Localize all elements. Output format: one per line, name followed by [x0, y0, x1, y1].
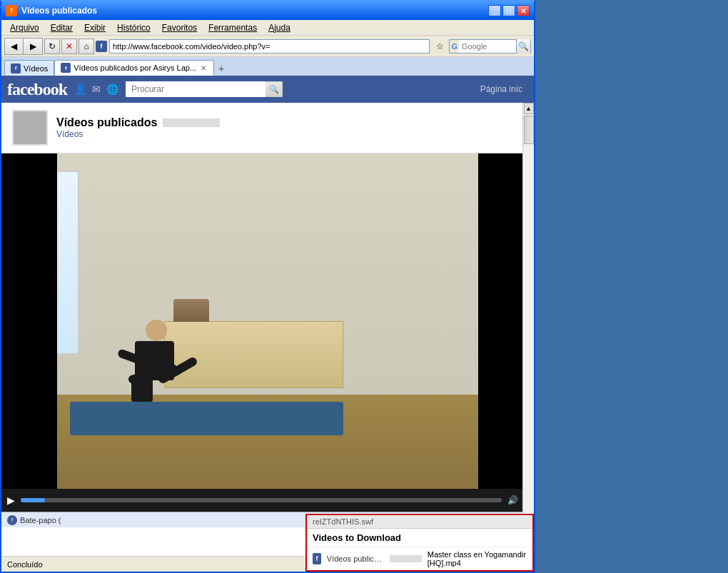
tab-label-1: Vídeos publicados por Asirys Lap... — [74, 64, 196, 72]
main-content: Vídeos publicados Vídeos — [1, 103, 534, 556]
notifications-icon[interactable]: 🌐 — [106, 83, 118, 95]
chat-icon: f — [7, 515, 17, 525]
back-button[interactable]: ◀ — [5, 39, 24, 54]
google-icon: G — [450, 42, 459, 51]
menu-editar[interactable]: Editar — [45, 21, 79, 34]
tab-videos[interactable]: f Vídeos — [4, 60, 54, 76]
address-bar-container: f ☆ — [96, 39, 448, 54]
video-controls: ▶ 🔊 .. — [1, 489, 534, 512]
video-scene — [32, 153, 503, 489]
facebook-logo: facebook — [7, 80, 67, 99]
maximize-button[interactable]: □ — [502, 5, 515, 16]
chat-label[interactable]: Bate-papo ( — [20, 516, 61, 524]
download-item-icon: f — [313, 553, 321, 564]
menu-ajuda[interactable]: Ajuda — [263, 21, 296, 34]
new-tab-button[interactable]: + — [214, 61, 228, 76]
search-container: G 🔍 — [449, 39, 531, 54]
page-content: facebook 👤 ✉ 🌐 🔍 Página iníc — [1, 76, 534, 572]
volume-icon[interactable]: 🔊 — [507, 495, 518, 505]
fb-search-input[interactable] — [126, 81, 266, 97]
progress-bar[interactable] — [21, 498, 502, 502]
menu-exibir[interactable]: Exibir — [79, 21, 111, 34]
window-title: Vídeos publicados — [21, 6, 488, 16]
profile-name: Vídeos publicados — [56, 116, 157, 129]
profile-link[interactable]: Vídeos — [56, 129, 83, 139]
profile-info: Vídeos publicados Vídeos — [56, 116, 220, 139]
video-container — [1, 153, 534, 489]
search-button[interactable]: 🔍 — [516, 39, 530, 54]
menu-bar: Arquivo Editar Exibir Histórico Favorito… — [1, 20, 534, 36]
toolbar: ◀ ▶ ↻ ✕ ⌂ f ☆ G 🔍 — [1, 36, 534, 57]
content-area: Vídeos publicados Vídeos — [1, 103, 534, 556]
menu-favoritos[interactable]: Favoritos — [156, 21, 203, 34]
yoga-person — [117, 320, 203, 405]
tab-favicon-0: f — [11, 64, 21, 73]
video-background — [32, 153, 503, 489]
download-item-source: Vídeos publicados por — [327, 554, 385, 563]
menu-ferramentas[interactable]: Ferramentas — [203, 21, 263, 34]
stop-button[interactable]: ✕ — [61, 39, 77, 54]
title-bar: f Vídeos publicados _ □ ✕ — [1, 1, 534, 20]
fb-search-bar: 🔍 — [126, 81, 283, 97]
download-item-name-bar — [390, 555, 421, 562]
person-head — [146, 320, 167, 341]
download-popup-item: f Vídeos publicados por Master class en … — [307, 547, 532, 570]
menu-arquivo[interactable]: Arquivo — [4, 21, 45, 34]
statue-figure — [173, 299, 209, 322]
fb-search-button[interactable]: 🔍 — [266, 81, 283, 97]
tab-favicon-1: f — [61, 63, 71, 73]
avatar — [12, 110, 48, 146]
black-bar-left — [32, 153, 57, 489]
window-icon: f — [6, 5, 17, 16]
chat-section: f Bate-papo ( — [7, 515, 61, 525]
progress-fill — [21, 498, 45, 502]
forward-button[interactable]: ▶ — [24, 39, 42, 54]
friends-icon[interactable]: 👤 — [74, 83, 86, 95]
messages-icon[interactable]: ✉ — [92, 83, 101, 95]
window-controls: _ □ ✕ — [488, 5, 530, 16]
profile-name-row: Vídeos publicados — [56, 116, 220, 129]
download-popup: reIZTdNTHIS.swf Videos to Download f Víd… — [305, 514, 534, 572]
address-input[interactable] — [109, 39, 430, 54]
facebook-header: facebook 👤 ✉ 🌐 🔍 Página iníc — [1, 76, 534, 103]
browser-window: f Vídeos publicados _ □ ✕ Arquivo Editar… — [0, 0, 535, 573]
nav-back-forward: ◀ ▶ — [4, 38, 43, 55]
tab-videos-publicados[interactable]: f Vídeos publicados por Asirys Lap... ✕ — [54, 60, 214, 76]
download-popup-title: Videos to Download — [307, 529, 532, 547]
desktop-background — [535, 0, 728, 573]
tabs-bar: f Vídeos f Vídeos publicados por Asirys … — [1, 57, 534, 76]
home-button[interactable]: ⌂ — [79, 39, 94, 54]
download-popup-filename: reIZTdNTHIS.swf — [307, 515, 532, 529]
tab-label-0: Vídeos — [24, 64, 48, 73]
black-bar-right — [478, 153, 503, 489]
bookmark-star-button[interactable]: ☆ — [432, 39, 448, 54]
tab-close-button[interactable]: ✕ — [199, 64, 208, 72]
yoga-mat — [70, 402, 343, 435]
minimize-button[interactable]: _ — [488, 5, 501, 16]
fb-nav-right[interactable]: Página iníc — [480, 84, 528, 94]
address-favicon: f — [96, 41, 107, 52]
close-button[interactable]: ✕ — [517, 5, 530, 16]
person-leg-left — [131, 377, 153, 402]
download-item-filename: Master class en Yogamandir [HQ].mp4 — [428, 550, 527, 567]
profile-section: Vídeos publicados Vídeos — [1, 103, 534, 153]
scroll-up-button[interactable]: ▲ — [524, 103, 534, 114]
play-button[interactable]: ▶ — [7, 495, 15, 506]
profile-name-sub — [163, 118, 220, 127]
search-input[interactable] — [459, 40, 516, 53]
refresh-button[interactable]: ↻ — [44, 39, 60, 54]
header-icons: 👤 ✉ 🌐 — [74, 83, 118, 95]
menu-historico[interactable]: Histórico — [111, 21, 156, 34]
scroll-thumb[interactable] — [524, 116, 534, 144]
scrollbar[interactable]: ▲ ▼ — [522, 103, 534, 556]
